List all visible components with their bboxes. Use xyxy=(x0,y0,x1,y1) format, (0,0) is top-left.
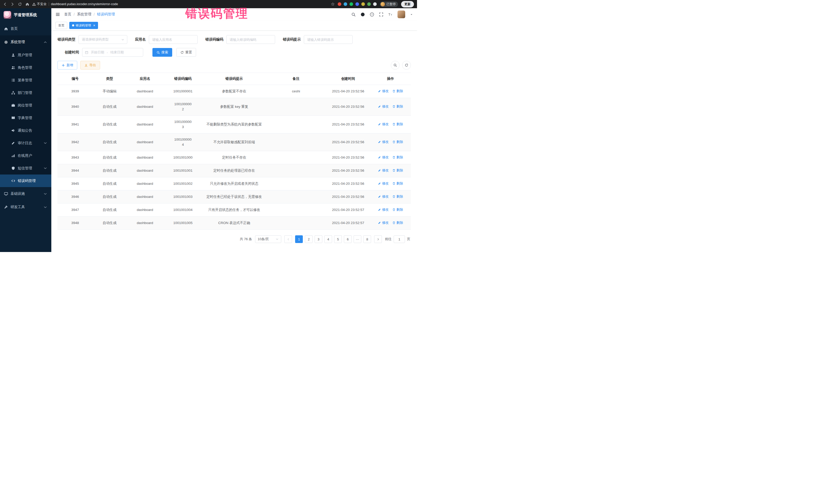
cell-hint: 定时任务的处理器已经存在 xyxy=(202,164,266,177)
browser-extension-icon[interactable] xyxy=(355,2,359,6)
browser-home-button[interactable] xyxy=(25,2,29,6)
reload-button[interactable] xyxy=(18,2,22,6)
search-icon xyxy=(156,51,160,54)
tab-home[interactable]: 首页 xyxy=(56,22,67,29)
edit-link[interactable]: 修改 xyxy=(378,181,389,186)
page-button-6[interactable]: 6 xyxy=(344,235,352,243)
total-count: 共 76 条 xyxy=(240,237,252,241)
table-row: 3939手动编辑dashboard1001000001参数配置不存在ceshi2… xyxy=(58,85,411,98)
profile-chip[interactable]: 已暂停 xyxy=(380,2,398,7)
sidebar-item-user[interactable]: 用户管理 xyxy=(0,49,51,61)
user-icon xyxy=(11,53,15,57)
app-name-input[interactable] xyxy=(149,35,198,44)
edit-link[interactable]: 修改 xyxy=(378,155,389,160)
delete-link[interactable]: 删除 xyxy=(392,194,403,199)
browser-extension-icon[interactable] xyxy=(361,2,365,6)
user-avatar[interactable] xyxy=(397,10,405,18)
breadcrumb-item[interactable]: 系统管理 xyxy=(77,12,91,17)
security-warning[interactable]: 不安全 xyxy=(32,2,47,6)
cell-app: dashboard xyxy=(127,116,164,133)
browser-extension-icon[interactable] xyxy=(344,2,347,6)
github-icon[interactable] xyxy=(360,12,365,17)
sidebar-item-infra[interactable]: 基础设施 xyxy=(0,187,51,200)
goto-page-input[interactable] xyxy=(394,235,405,243)
edit-link[interactable]: 修改 xyxy=(378,168,389,173)
sidebar-item-error-code[interactable]: 错误码管理 xyxy=(0,175,51,187)
sidebar-item-dept[interactable]: 部门管理 xyxy=(0,86,51,99)
sidebar-item-home[interactable]: 首页 xyxy=(0,22,51,36)
page-button-1[interactable]: 1 xyxy=(295,235,303,243)
app-logo[interactable]: 芋道管理系统 xyxy=(0,8,51,22)
sidebar-item-sms[interactable]: 短信管理 xyxy=(0,162,51,175)
edit-link[interactable]: 修改 xyxy=(378,139,389,145)
browser-extension-icon[interactable] xyxy=(373,2,377,6)
search-button[interactable]: 搜索 xyxy=(152,48,172,57)
delete-link[interactable]: 删除 xyxy=(392,168,403,173)
more-pages-button[interactable]: ··· xyxy=(354,235,361,243)
page-button-2[interactable]: 2 xyxy=(305,235,312,243)
edit-link[interactable]: 修改 xyxy=(378,220,389,225)
next-page-button[interactable] xyxy=(374,235,382,243)
sidebar-item-menu[interactable]: 菜单管理 xyxy=(0,74,51,86)
refresh-table-button[interactable] xyxy=(402,61,411,69)
browser-extension-icon[interactable] xyxy=(367,2,371,6)
reset-button[interactable]: 重置 xyxy=(176,48,196,57)
sidebar-item-notice[interactable]: 通知公告 xyxy=(0,124,51,137)
delete-link[interactable]: 删除 xyxy=(392,89,403,94)
delete-link[interactable]: 删除 xyxy=(392,155,403,160)
sidebar-item-role[interactable]: 角色管理 xyxy=(0,61,51,74)
fullscreen-icon[interactable] xyxy=(379,12,383,17)
delete-link[interactable]: 删除 xyxy=(392,122,403,127)
sidebar-item-dict[interactable]: 字典管理 xyxy=(0,112,51,124)
edit-link[interactable]: 修改 xyxy=(378,194,389,199)
breadcrumb-item[interactable]: 首页 xyxy=(64,12,71,17)
sidebar-item-dev-tool[interactable]: 研发工具 xyxy=(0,200,51,214)
browser-extension-icon[interactable] xyxy=(338,2,341,6)
date-range-picker[interactable]: 开始日期 - 结束日期 xyxy=(82,48,143,57)
svg-text:T: T xyxy=(389,13,391,17)
close-icon[interactable]: × xyxy=(93,24,95,27)
cell-time: 2021-04-20 23:52:56 xyxy=(326,177,370,191)
bookmark-star-icon[interactable] xyxy=(331,2,335,6)
back-button[interactable] xyxy=(3,2,7,6)
page-size-select[interactable]: 10条/页 xyxy=(255,235,281,243)
chevron-down-icon[interactable] xyxy=(410,13,413,16)
page-button-4[interactable]: 4 xyxy=(324,235,332,243)
delete-link[interactable]: 删除 xyxy=(392,104,403,109)
error-hint-input[interactable] xyxy=(304,35,353,44)
sidebar-item-online-user[interactable]: 在线用户 xyxy=(0,149,51,162)
delete-link[interactable]: 删除 xyxy=(392,220,403,225)
cell-id: 3948 xyxy=(58,217,93,230)
address-bar[interactable]: 不安全 dashboard.yudao.iocoder.cn/system/er… xyxy=(32,2,335,6)
sidebar-item-audit-log[interactable]: 审计日志 xyxy=(0,137,51,149)
forward-button[interactable] xyxy=(10,2,14,6)
chevron-down-icon xyxy=(121,38,125,41)
delete-link[interactable]: 删除 xyxy=(392,139,403,145)
edit-link[interactable]: 修改 xyxy=(378,207,389,212)
delete-link[interactable]: 删除 xyxy=(392,181,403,186)
sidebar-item-system[interactable]: 系统管理 xyxy=(0,36,51,49)
question-icon[interactable]: ? xyxy=(370,12,374,17)
cell-code: 1001001005 xyxy=(163,217,202,230)
error-code-input[interactable] xyxy=(226,35,275,44)
browser-extension-icon[interactable] xyxy=(350,2,353,6)
prev-page-button[interactable] xyxy=(284,235,292,243)
sidebar-item-post[interactable]: 岗位管理 xyxy=(0,99,51,112)
page-button-5[interactable]: 5 xyxy=(334,235,342,243)
edit-link[interactable]: 修改 xyxy=(378,104,389,109)
page-button-3[interactable]: 3 xyxy=(314,235,322,243)
page-button-8[interactable]: 8 xyxy=(364,235,371,243)
edit-link[interactable]: 修改 xyxy=(378,122,389,127)
toggle-search-button[interactable] xyxy=(391,61,399,69)
chevron-down-icon xyxy=(43,141,47,145)
search-icon[interactable] xyxy=(351,12,356,17)
fontsize-icon[interactable]: TT xyxy=(388,12,393,17)
tab-error-code[interactable]: 错误码管理× xyxy=(69,22,98,29)
update-button[interactable]: 更新 xyxy=(401,1,414,7)
export-button[interactable]: 导出 xyxy=(80,61,100,69)
error-type-select[interactable]: 请选择错误码类型 xyxy=(79,35,127,44)
edit-link[interactable]: 修改 xyxy=(378,89,389,94)
delete-link[interactable]: 删除 xyxy=(392,207,403,212)
menu-collapse-button[interactable] xyxy=(56,12,60,17)
add-button[interactable]: 新增 xyxy=(58,61,77,69)
